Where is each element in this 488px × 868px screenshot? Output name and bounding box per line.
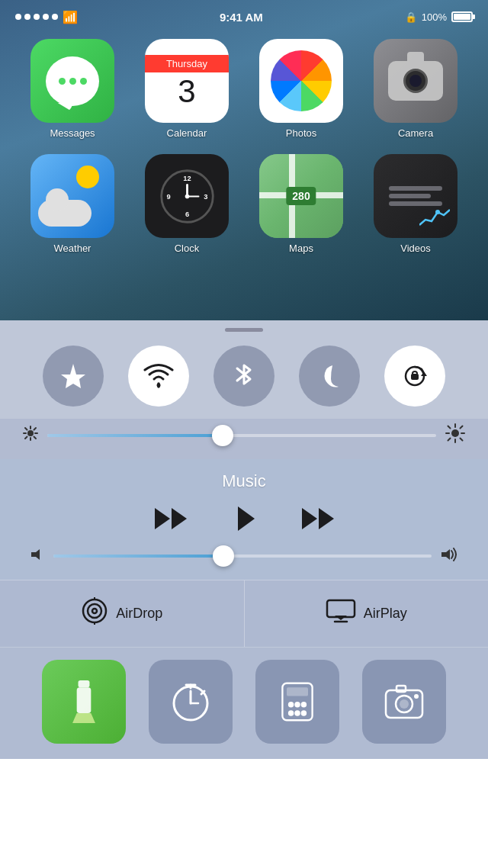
svg-rect-56 <box>287 687 308 696</box>
calculator-button[interactable] <box>255 660 339 744</box>
svg-text:12: 12 <box>183 174 191 182</box>
music-section: Music <box>0 459 488 580</box>
svg-marker-33 <box>172 508 187 529</box>
screenshot-camera-icon <box>384 684 424 719</box>
app-weather[interactable]: Weather <box>23 154 122 254</box>
svg-point-65 <box>400 699 409 709</box>
airplane-mode-button[interactable] <box>43 346 104 407</box>
bluetooth-button[interactable] <box>214 346 274 407</box>
rewind-button[interactable] <box>152 505 188 532</box>
fast-forward-button[interactable] <box>300 505 337 532</box>
brightness-max-icon <box>445 423 465 447</box>
brightness-thumb[interactable] <box>212 425 233 446</box>
photos-label: Photos <box>286 127 316 139</box>
app-videos[interactable]: Videos <box>366 154 465 254</box>
svg-point-23 <box>451 429 459 437</box>
message-bubble <box>46 56 99 106</box>
svg-point-62 <box>301 710 307 715</box>
message-dots <box>59 78 87 85</box>
dot <box>59 78 66 85</box>
svg-line-31 <box>448 439 451 441</box>
brightness-min-icon <box>23 426 38 445</box>
clock-face-svg: 12 3 6 9 <box>159 168 216 225</box>
calculator-icon <box>278 680 316 723</box>
app-clock[interactable]: 12 3 6 9 Clock <box>137 154 236 254</box>
flashlight-button[interactable] <box>42 660 126 744</box>
calendar-icon: Thursday 3 <box>145 39 229 123</box>
airplay-button[interactable]: AirPlay <box>245 580 489 647</box>
svg-rect-43 <box>327 600 355 617</box>
play-triangle-icon <box>238 506 255 531</box>
timer-icon <box>169 680 212 723</box>
videos-lines <box>389 186 442 206</box>
pull-indicator[interactable] <box>0 320 488 336</box>
svg-marker-48 <box>72 713 95 723</box>
svg-line-28 <box>448 426 451 429</box>
svg-line-22 <box>25 437 27 439</box>
cloud-icon <box>38 200 92 227</box>
battery-fill <box>454 14 470 20</box>
svg-point-59 <box>301 702 307 707</box>
brightness-row <box>0 419 488 459</box>
volume-high-icon <box>441 548 458 561</box>
music-title: Music <box>23 471 465 491</box>
svg-point-9 <box>157 384 161 387</box>
volume-max-icon <box>441 548 458 564</box>
volume-low-icon <box>30 548 44 561</box>
toggle-row <box>0 336 488 419</box>
calendar-label: Calendar <box>167 127 207 139</box>
maps-content: 280 <box>259 154 343 238</box>
play-button[interactable] <box>234 506 255 531</box>
timer-button[interactable] <box>149 660 233 744</box>
photos-icon <box>259 39 343 123</box>
svg-point-14 <box>27 430 34 436</box>
svg-rect-47 <box>77 687 92 713</box>
messages-label: Messages <box>50 127 95 139</box>
control-center: Music <box>0 320 488 759</box>
svg-point-58 <box>294 702 300 707</box>
camera-icon <box>374 39 458 123</box>
airdrop-icon <box>81 597 108 630</box>
screenshot-button[interactable] <box>362 660 446 744</box>
svg-marker-36 <box>31 549 40 560</box>
do-not-disturb-button[interactable] <box>299 346 360 407</box>
airdrop-button[interactable]: AirDrop <box>0 580 245 647</box>
dot <box>80 78 87 85</box>
airplay-label: AirPlay <box>364 606 407 622</box>
svg-point-40 <box>92 609 97 613</box>
volume-slider[interactable] <box>53 555 432 558</box>
battery-percent: 100% <box>422 11 447 23</box>
rotation-lock-button[interactable] <box>384 346 445 407</box>
airplane-icon <box>59 362 87 390</box>
app-grid: Messages Thursday 3 Calendar Photos <box>0 31 488 262</box>
brightness-slider[interactable] <box>47 434 436 437</box>
lock-icon: 🔒 <box>405 11 417 23</box>
app-calendar[interactable]: Thursday 3 Calendar <box>137 39 236 139</box>
line1 <box>389 186 442 191</box>
home-screen: 📶 9:41 AM 🔒 100% Messages <box>0 0 488 320</box>
svg-marker-32 <box>155 508 170 529</box>
weather-icon <box>30 154 114 238</box>
camera-lens-inner <box>409 75 422 87</box>
svg-point-60 <box>288 710 294 715</box>
photos-flower <box>271 50 332 111</box>
svg-line-20 <box>34 437 37 439</box>
svg-marker-11 <box>421 371 427 376</box>
airdrop-svg-icon <box>81 597 108 625</box>
wifi-toggle-button[interactable] <box>128 346 189 407</box>
app-messages[interactable]: Messages <box>23 39 122 139</box>
app-camera[interactable]: Camera <box>366 39 465 139</box>
app-photos[interactable]: Photos <box>252 39 351 139</box>
dot3 <box>34 14 40 20</box>
volume-row <box>23 548 465 564</box>
dot2 <box>24 14 30 20</box>
volume-min-icon <box>30 548 44 564</box>
svg-marker-37 <box>441 549 450 560</box>
volume-thumb[interactable] <box>213 545 234 567</box>
moon-icon <box>316 362 343 390</box>
wifi-signal-icon: 📶 <box>63 10 78 24</box>
calendar-day-name: Thursday <box>145 55 229 72</box>
svg-point-39 <box>88 604 101 618</box>
app-maps[interactable]: 280 Maps <box>252 154 351 254</box>
clock-label: Clock <box>175 243 200 254</box>
